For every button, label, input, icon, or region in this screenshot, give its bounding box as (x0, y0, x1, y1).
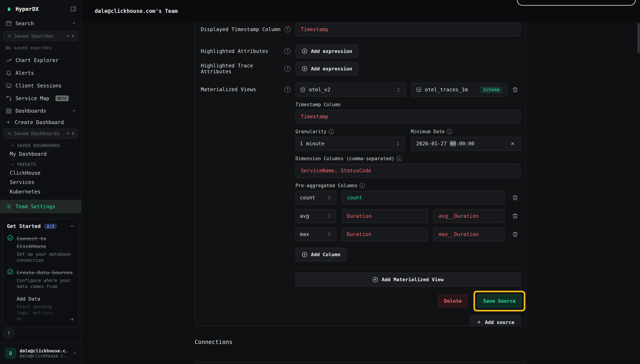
table-select[interactable]: otel_traces_1m Schema (411, 83, 507, 97)
sidebar-item-service-map[interactable]: Service Map BETA (0, 92, 81, 105)
get-started-step[interactable]: Connect to ClickHouse Set up your databa… (7, 234, 75, 263)
service-map-icon (6, 95, 12, 101)
chevron-down-icon (11, 144, 15, 148)
minimum-date-input[interactable]: 2026-01-27 00:00:00 (411, 137, 520, 151)
field-label: Materialized Views (201, 86, 256, 92)
shortcut-badge: ⌘ K (67, 131, 75, 136)
selected-hour-segment[interactable]: 00 (450, 141, 456, 146)
create-dashboard-button[interactable]: Create Dashboard (0, 117, 81, 127)
sidebar-item-label: Alerts (16, 70, 34, 76)
displayed-timestamp-input[interactable]: Timestamp (296, 22, 520, 36)
table-icon (416, 87, 422, 92)
help-icon[interactable]: ? (284, 48, 290, 54)
select-chevrons-icon (395, 141, 401, 146)
sidebar-item-services[interactable]: Services (0, 178, 81, 187)
sidebar-item-team-settings[interactable]: Team Settings (0, 200, 81, 213)
user-menu[interactable]: D dale@clickhouse.c... dale@clickhouse.c… (0, 343, 81, 364)
page-title: dale@clickhouse.com's Team (95, 8, 178, 14)
add-expression-button[interactable]: Add expression (296, 62, 358, 76)
check-circle-icon (7, 234, 14, 263)
sidebar-item-dashboards[interactable]: Dashboards (0, 104, 81, 117)
trash-icon[interactable] (510, 195, 520, 201)
preagg-alias-input[interactable]: max__Duration (433, 228, 505, 241)
aggregation-fn-select[interactable]: max (296, 228, 336, 241)
check-circle-icon (7, 268, 14, 290)
chart-icon (6, 58, 12, 64)
add-expression-button[interactable]: Add expression (296, 44, 358, 58)
help-button[interactable]: ? (3, 328, 14, 338)
get-started-header[interactable]: Get Started 2/3 (7, 223, 75, 229)
delete-button[interactable]: Delete (438, 294, 468, 308)
info-icon[interactable]: i (447, 129, 452, 134)
preagg-alias-input[interactable]: count (342, 191, 505, 205)
presets-heading[interactable]: PRESETS (0, 159, 81, 168)
trash-icon[interactable] (510, 213, 520, 219)
clear-date-icon[interactable] (510, 141, 515, 146)
beta-badge: BETA (56, 96, 69, 101)
trash-icon[interactable] (510, 231, 520, 238)
search-section-icon (6, 20, 12, 26)
chevron-up-icon[interactable] (72, 21, 76, 26)
info-icon[interactable]: i (396, 156, 402, 161)
avatar: D (5, 348, 16, 359)
plus-icon (476, 320, 482, 325)
aggregation-fn-select[interactable]: avg (296, 209, 336, 223)
saved-dashboards-heading[interactable]: SAVED DASHBOARDS (0, 140, 81, 149)
collapse-sidebar-icon[interactable] (70, 6, 76, 12)
get-started-step[interactable]: Add Data Start sending logs, metrics, or (7, 294, 75, 322)
scrollbar-thumb[interactable] (637, 23, 639, 53)
view-source-row: otel_v2 otel_traces_1m Schema (296, 83, 520, 97)
trash-icon[interactable] (510, 87, 520, 93)
add-column-button[interactable]: Add Column (296, 248, 346, 261)
sidebar-item-label: Chart Explorer (16, 58, 59, 63)
aggregation-fn-select[interactable]: count (296, 191, 336, 205)
help-icon[interactable]: ? (284, 26, 290, 32)
help-icon[interactable]: ? (284, 86, 290, 92)
app-root: HyperDX Search ⌘ K No saved searches (0, 0, 640, 364)
preagg-alias-input[interactable]: avg__Duration (433, 209, 505, 223)
preagg-row: count count (296, 191, 520, 205)
dimension-columns-input[interactable]: ServiceName, StatusCode (296, 164, 520, 178)
preagg-column-input[interactable]: Duration (342, 209, 428, 223)
sidebar-item-alerts[interactable]: Alerts (0, 67, 81, 80)
chevron-right-icon (72, 351, 77, 356)
save-source-button[interactable]: Save Source (477, 294, 522, 308)
step-title: Connect to ClickHouse (17, 236, 46, 249)
saved-dashboards-search[interactable]: ⌘ K (3, 128, 78, 139)
saved-searches-search[interactable]: ⌘ K (3, 31, 78, 41)
get-started-panel: Get Started 2/3 Connect to ClickHouse Se… (3, 219, 79, 327)
database-select[interactable]: otel_v2 (296, 83, 406, 97)
field-label: Displayed Timestamp Column (201, 26, 280, 32)
logo-row: HyperDX (0, 0, 81, 17)
highlighted-trace-attributes-row: Highlighted Trace Attributes ? Add expre… (201, 62, 520, 76)
granularity-select[interactable]: 1 minute (296, 137, 405, 151)
chevron-up-icon[interactable] (72, 108, 76, 113)
plus-icon (6, 120, 11, 125)
get-started-step[interactable]: Create Data Sources Configure where your… (7, 268, 75, 290)
schema-badge[interactable]: Schema (480, 86, 502, 93)
sidebar-item-client-sessions[interactable]: Client Sessions (0, 80, 81, 92)
preagg-column-input[interactable]: Duration (342, 228, 428, 241)
materialized-views-footer: Add Materialized View (296, 267, 520, 286)
sidebar-item-label: Service Map (16, 96, 49, 101)
help-icon[interactable]: ? (284, 66, 290, 72)
search-icon (7, 131, 12, 136)
sidebar-item-search[interactable]: Search (0, 17, 81, 30)
view-timestamp-input[interactable]: Timestamp (296, 110, 520, 124)
saved-searches-input[interactable] (14, 34, 65, 39)
sidebar-item-clickhouse[interactable]: ClickHouse (0, 168, 81, 178)
add-materialized-view-button[interactable]: Add Materialized View (296, 273, 520, 286)
monitor-icon (6, 82, 12, 89)
sidebar-item-chart-explorer[interactable]: Chart Explorer (0, 54, 81, 67)
sidebar-item-kubernetes[interactable]: Kubernetes (0, 187, 81, 196)
saved-dashboards-input[interactable] (14, 131, 65, 136)
arrow-right-icon[interactable] (69, 316, 75, 322)
top-search-pill[interactable] (517, 0, 636, 6)
step-desc: Set up your database connection (17, 251, 75, 263)
info-icon[interactable]: i (329, 129, 334, 134)
sidebar-item-my-dashboard[interactable]: My Dashboard (0, 150, 81, 159)
info-icon[interactable]: i (360, 183, 365, 188)
add-source-button[interactable]: Add source (470, 315, 520, 326)
minimum-date-label: Minimum Date i (411, 129, 520, 134)
bell-icon (6, 70, 12, 76)
